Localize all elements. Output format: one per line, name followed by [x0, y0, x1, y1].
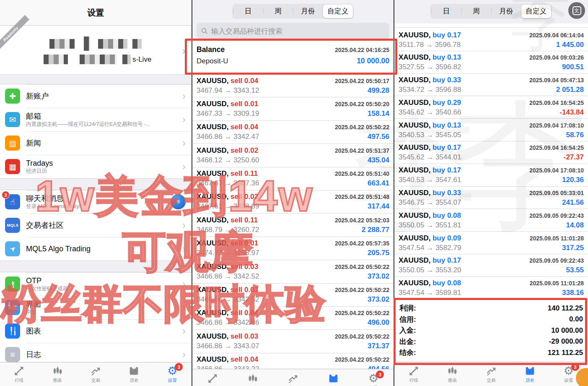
- trade-row[interactable]: XAUUSD, buy 0.17 2025.09.05 09:22:43 355…: [394, 254, 588, 277]
- summary-label: 利润:: [399, 303, 416, 313]
- period-tab[interactable]: 自定义: [521, 5, 552, 18]
- trade-side: sell 0.03: [231, 286, 258, 294]
- trade-side: sell 0.04: [231, 123, 258, 131]
- account-summary: 利润: 140 112.25 信用: 0.00 入金: 10 000.00 出金…: [394, 300, 588, 361]
- period-tab[interactable]: 周: [461, 5, 492, 18]
- settings-menu-item[interactable]: MQL5 交易者社区 ≡ ›: [0, 214, 192, 237]
- trade-prices: 3527.55 → 3596.82: [399, 63, 461, 71]
- trade-row[interactable]: XAUUSD, buy 0.13 2025.09.04 17:08:10 354…: [394, 119, 588, 141]
- balance-row[interactable]: Balance 2025.04.22 04:16:25 Deposit-U 10…: [192, 40, 394, 74]
- trade-row[interactable]: XAUUSD, sell 0.04 2025.04.22 05:50:22 34…: [192, 121, 394, 144]
- tabbar-item[interactable]: ⚙ 交易: [472, 363, 510, 386]
- settings-menu-item[interactable]: ▤ 新闻 ≡ ›: [0, 131, 192, 155]
- menu-item-label: 交易者社区: [26, 221, 182, 230]
- trade-row[interactable]: XAUUSD, sell 0.01 2025.04.22 05:50:20 34…: [192, 97, 394, 120]
- trade-prices: 3545.62 → 3544.01: [399, 153, 461, 162]
- trade-row[interactable]: XAUUSD, sell 0.02 2025.04.22 05:51:37 34…: [192, 144, 394, 167]
- trade-row[interactable]: XAUUSD, sell 0.11 2025.04.22 05:51:40 34…: [192, 167, 394, 190]
- trade-row[interactable]: XAUUSD, sell 0.01 2025.04.22 05:57:35 34…: [192, 237, 394, 260]
- chevron-right-icon: ›: [182, 303, 186, 313]
- settings-menu-item[interactable]: ✉ 邮箱 内置虚拟主机——现在可以24/7运行EA交易和信号 -... ≡ ›: [0, 108, 192, 131]
- trade-symbol: XAUUSD,: [197, 332, 229, 340]
- trade-row[interactable]: XAUUSD, sell 0.04 2025.04.22 05:50:17 34…: [192, 74, 394, 97]
- trade-symbol: XAUUSD,: [399, 99, 431, 107]
- settings-menu-item[interactable]: ✚ 新账户 ≡ ›: [0, 84, 192, 108]
- trade-row[interactable]: XAUUSD, buy 0.08 2025.09.05 11:01:28 354…: [394, 277, 588, 300]
- trade-profit: 371.37: [368, 342, 389, 350]
- tabbar-item[interactable]: ⚙ 图表: [38, 363, 76, 386]
- trade-profit: 120.36: [562, 176, 584, 184]
- search-input[interactable]: 输入交易品种进行搜索: [197, 23, 389, 39]
- trade-row[interactable]: XAUUSD, buy 0.17 2025.09.04 16:54:25 354…: [394, 141, 588, 164]
- chevron-right-icon: ›: [182, 349, 186, 360]
- trade-time: 2025.04.22 05:50:22: [335, 287, 389, 293]
- tabbar-item[interactable]: ⚙ 历史: [510, 363, 549, 386]
- trade-row[interactable]: XAUUSD, buy 0.17 2025.09.04 06:14:04 351…: [394, 29, 588, 51]
- trade-row[interactable]: XAUUSD, sell 0.03 2025.04.22 05:50:22 34…: [192, 330, 394, 353]
- settings-menu-item[interactable]: ╿╽ 图表 ≡ ›: [0, 319, 192, 343]
- trade-icon: [90, 365, 101, 376]
- period-tab[interactable]: 周: [263, 5, 293, 18]
- account-card[interactable]: Readonly s-Live ›: [0, 26, 192, 75]
- group-gap: [0, 261, 192, 272]
- settings-menu-group-2: ☝ 3 聊天和消息 登录 MQL5.community! ≡ › MQL5 交易…: [0, 190, 192, 261]
- trade-row[interactable]: XAUUSD, buy 0.33 2025.09.05 05:33:01 354…: [394, 187, 588, 209]
- trade-row[interactable]: XAUUSD, sell 0.03 2025.04.22 05:50:22 34…: [192, 260, 394, 283]
- tabbar-item[interactable]: ⚙ 历史: [115, 363, 153, 386]
- period-tab[interactable]: 日: [431, 5, 461, 18]
- period-tab[interactable]: 自定义: [323, 5, 353, 18]
- trade-time: 2025.04.22 05:50:22: [335, 333, 389, 340]
- summary-label: 信用:: [399, 315, 416, 324]
- trade-prices: 3467.94 → 3343.12: [197, 86, 259, 95]
- settings-menu-item[interactable]: ▦ Tradays 经济日历 ≡ ›: [0, 155, 192, 178]
- trade-row[interactable]: XAUUSD, buy 0.17 2025.09.04 17:08:10 354…: [394, 164, 588, 187]
- period-tab[interactable]: 月份: [293, 5, 323, 18]
- tabbar-item[interactable]: ⚙ 行情: [0, 363, 38, 386]
- trade-symbol: XAUUSD,: [197, 355, 229, 363]
- trade-list-sell: XAUUSD, sell 0.04 2025.04.22 05:50:17 34…: [192, 74, 394, 386]
- tabbar-item[interactable]: ⚙ 交易: [77, 363, 115, 386]
- trade-symbol: XAUUSD,: [197, 77, 229, 85]
- trade-row[interactable]: XAUUSD, sell 0.04 2025.04.22 05:50:22 34…: [192, 307, 394, 330]
- period-tab-label: 周: [473, 7, 480, 16]
- menu-icon: MQL5: [5, 218, 20, 233]
- settings-menu-item[interactable]: ⚷ OTP 一次性密码生成器 ≡ ›: [0, 272, 192, 296]
- tabbar-item[interactable]: ⚙ 图表: [233, 369, 273, 386]
- trade-prices: 3550.05 → 3551.81: [399, 221, 461, 230]
- trade-row[interactable]: XAUUSD, sell 0.03 2025.04.22 05:50:22 34…: [192, 284, 394, 307]
- tab-label: 历史: [130, 378, 138, 383]
- tabbar-item[interactable]: ⚙ 交易: [273, 369, 313, 386]
- clipped-trade-row[interactable]: 3511.78 → 3596.65 345.62: [394, 23, 588, 29]
- trade-time: 2025.09.05 11:01:28: [530, 280, 584, 287]
- tabbar-item[interactable]: ⚙ 行情: [192, 369, 233, 386]
- tabbar-item[interactable]: ⚙ 3 设置: [353, 369, 394, 386]
- settings-menu-item[interactable]: ➤ MQL5 Algo Trading ≡ ›: [0, 237, 192, 261]
- tab-label: 交易: [487, 378, 496, 383]
- tabbar-item[interactable]: ⚙ 图表: [433, 363, 471, 386]
- translate-scan-button[interactable]: 文: [568, 2, 585, 19]
- summary-row: 信用: 0.00: [399, 314, 583, 325]
- trade-row[interactable]: XAUUSD, buy 0.13 2025.09.04 09:03:26 352…: [394, 51, 588, 74]
- tabbar-item[interactable]: ⚙ 历史: [313, 369, 353, 386]
- trade-row[interactable]: XAUUSD, buy 0.09 2025.09.05 11:01:28 354…: [394, 232, 588, 254]
- tabbar-item[interactable]: ⚙ 行情: [394, 363, 433, 386]
- trade-row[interactable]: XAUUSD, buy 0.08 2025.09.05 09:22:43 355…: [394, 209, 588, 232]
- trade-row[interactable]: XAUUSD, buy 0.29 2025.09.04 16:54:25 354…: [394, 96, 588, 119]
- bottom-tabbar: ⚙ 行情 ⚙ 图表: [394, 362, 588, 386]
- period-tab[interactable]: 月份: [491, 5, 521, 18]
- trade-row[interactable]: XAUUSD, buy 0.33 2025.09.04 05:47:13 353…: [394, 74, 588, 96]
- trade-profit: 497.56: [368, 133, 389, 141]
- trade-side: sell 0.04: [231, 309, 258, 317]
- settings-menu-item[interactable]: A文 界面 中文 ≡ ›: [0, 296, 192, 319]
- trade-side: buy 0.33: [433, 189, 461, 197]
- trade-row[interactable]: XAUUSD, sell 0.02 2025.04.22 05:51:48 34…: [192, 190, 394, 214]
- settings-menu-item[interactable]: ☝ 3 聊天和消息 登录 MQL5.community! ≡ ›: [0, 190, 192, 214]
- chevron-right-icon: ›: [182, 162, 186, 172]
- period-tab[interactable]: 日: [233, 5, 263, 18]
- trade-prices: 3547.54 → 3582.79: [399, 244, 461, 252]
- trade-row[interactable]: XAUUSD, sell 0.11 2025.04.22 05:52:03 34…: [192, 214, 394, 237]
- chevron-right-icon: ›: [182, 326, 186, 336]
- messages-icon[interactable]: ≡: [171, 194, 186, 209]
- trade-symbol: XAUUSD,: [197, 193, 229, 201]
- tabbar-item[interactable]: ⚙ 3 设置: [153, 363, 192, 386]
